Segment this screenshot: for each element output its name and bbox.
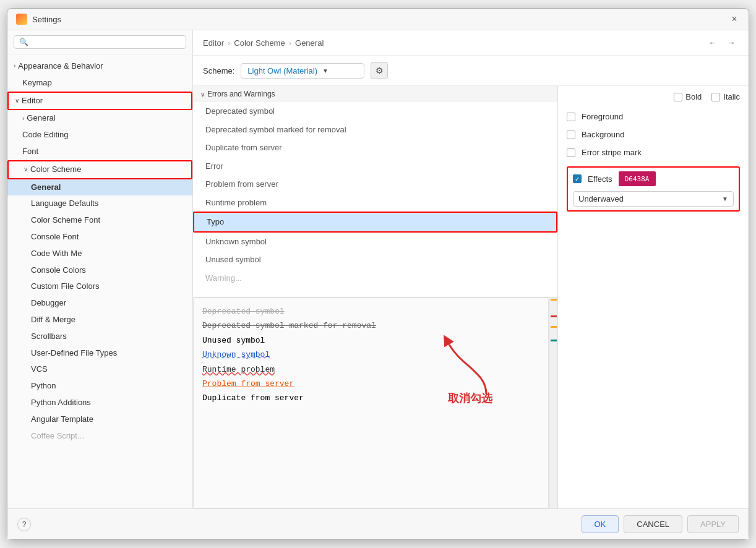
sidebar-item-appearance[interactable]: › Appearance & Behavior xyxy=(7,58,192,75)
effects-row: ✓ Effects D6438A xyxy=(573,171,734,186)
sidebar-item-language-defaults[interactable]: Language Defaults xyxy=(7,195,192,212)
search-input[interactable] xyxy=(32,38,181,46)
expand-arrow: ∨ xyxy=(24,165,28,174)
scheme-value: Light Owl (Material) xyxy=(247,66,317,75)
sidebar-item-label: Coffee Script... xyxy=(31,431,84,440)
apply-button[interactable]: APPLY xyxy=(687,515,739,533)
items-list: ∨ Errors and Warnings Deprecated symbol … xyxy=(193,86,557,297)
sidebar-item-label: General xyxy=(31,182,61,192)
format-row: Bold Italic xyxy=(567,92,740,105)
sidebar-item-vcs[interactable]: VCS xyxy=(7,361,192,378)
list-item-error[interactable]: Error xyxy=(193,157,557,176)
scheme-row: Scheme: Light Owl (Material) ▼ ⚙ xyxy=(193,56,749,86)
italic-checkbox[interactable] xyxy=(711,93,720,101)
sidebar-item-scrollbars[interactable]: Scrollbars xyxy=(7,328,192,345)
sidebar-item-general[interactable]: › General xyxy=(7,110,192,127)
sidebar-item-label: User-Defined File Types xyxy=(31,348,117,357)
background-row: Background xyxy=(567,128,740,141)
sidebar-item-coffee[interactable]: Coffee Script... xyxy=(7,428,192,445)
list-item-deprecated[interactable]: Deprecated symbol xyxy=(193,102,557,121)
list-item-unused[interactable]: Unused symbol xyxy=(193,250,557,269)
foreground-row: Foreground xyxy=(567,110,740,123)
sidebar-item-editor[interactable]: ∨ Editor xyxy=(7,92,192,111)
sidebar-item-custom-file-colors[interactable]: Custom File Colors xyxy=(7,278,192,295)
list-item-duplicate[interactable]: Duplicate from server xyxy=(193,139,557,157)
sidebar-item-label: Editor xyxy=(22,95,43,108)
sidebar-item-color-scheme[interactable]: ∨ Color Scheme xyxy=(7,160,192,179)
effect-type-value: Underwaved xyxy=(578,194,717,203)
ok-button[interactable]: OK xyxy=(582,515,619,533)
sidebar-item-label: Keymap xyxy=(22,78,52,87)
expand-arrow: › xyxy=(22,114,24,124)
bold-checkbox[interactable] xyxy=(674,93,682,101)
sidebar-item-angular[interactable]: Angular Template xyxy=(7,411,192,428)
main-content: 🔍 › Appearance & Behavior Keymap ∨ Edito… xyxy=(7,30,749,508)
effect-type-dropdown[interactable]: Underwaved ▼ xyxy=(573,191,734,207)
sidebar-item-label: General xyxy=(27,112,55,125)
title-bar: Settings × xyxy=(7,9,749,30)
sidebar-item-user-defined[interactable]: User-Defined File Types xyxy=(7,345,192,362)
error-stripe-checkbox[interactable] xyxy=(567,148,575,157)
breadcrumb-part-color-scheme: Color Scheme xyxy=(234,38,285,48)
sidebar-item-label: Diff & Merge xyxy=(31,315,75,324)
options-panel: Bold Italic Foreground xyxy=(558,86,749,508)
list-item-typo[interactable]: Typo xyxy=(193,212,557,233)
close-button[interactable]: × xyxy=(729,14,740,25)
sidebar-item-console-font[interactable]: Console Font xyxy=(7,229,192,246)
sidebar-item-label: Scrollbars xyxy=(31,332,67,341)
search-wrapper[interactable]: 🔍 xyxy=(14,35,186,49)
sidebar-item-color-scheme-font[interactable]: Color Scheme Font xyxy=(7,212,192,229)
list-item-deprecated-removal[interactable]: Deprecated symbol marked for removal xyxy=(193,121,557,139)
scheme-label: Scheme: xyxy=(203,66,234,75)
bold-label[interactable]: Bold xyxy=(674,92,702,101)
scheme-dropdown[interactable]: Light Owl (Material) ▼ xyxy=(241,63,364,79)
title-bar-left: Settings xyxy=(16,14,61,25)
italic-label[interactable]: Italic xyxy=(711,92,740,101)
foreground-checkbox[interactable] xyxy=(567,113,575,121)
sidebar-item-code-with-me[interactable]: Code With Me xyxy=(7,246,192,262)
sidebar-item-font[interactable]: Font xyxy=(7,143,192,160)
list-item-runtime[interactable]: Runtime problem xyxy=(193,194,557,212)
sidebar: 🔍 › Appearance & Behavior Keymap ∨ Edito… xyxy=(7,30,193,508)
list-item-problem-server[interactable]: Problem from server xyxy=(193,175,557,194)
sidebar-item-diff-merge[interactable]: Diff & Merge xyxy=(7,312,192,328)
sidebar-item-label: Debugger xyxy=(31,298,66,307)
sidebar-item-keymap[interactable]: Keymap xyxy=(7,75,192,92)
expand-arrow: › xyxy=(14,61,15,71)
list-item-unknown[interactable]: Unknown symbol xyxy=(193,233,557,251)
section-expand-arrow: ∨ xyxy=(200,91,205,98)
preview-code: Deprecated symbol Deprecated symbol mark… xyxy=(193,298,549,508)
sidebar-item-console-colors[interactable]: Console Colors xyxy=(7,262,192,279)
sidebar-item-label: Console Colors xyxy=(31,265,86,275)
preview-line-runtime: Runtime problem xyxy=(202,362,539,377)
sidebar-item-label: Language Defaults xyxy=(31,199,98,208)
bold-text: Bold xyxy=(685,92,702,101)
background-checkbox[interactable] xyxy=(567,131,575,139)
effects-color-swatch[interactable]: D6438A xyxy=(619,171,656,186)
sidebar-item-label: Color Scheme xyxy=(30,163,81,176)
preview-line-duplicate: Duplicate from server xyxy=(202,391,539,405)
sidebar-item-code-editing[interactable]: Code Editing xyxy=(7,127,192,143)
scrollbar-strip xyxy=(549,298,557,508)
forward-arrow[interactable]: → xyxy=(724,36,739,49)
sidebar-item-python-additions[interactable]: Python Additions xyxy=(7,395,192,411)
back-arrow[interactable]: ← xyxy=(705,36,720,49)
section-label: Errors and Warnings xyxy=(207,90,275,98)
sidebar-item-label: Python Additions xyxy=(31,398,91,407)
search-bar: 🔍 xyxy=(7,30,192,54)
sidebar-item-general-selected[interactable]: General xyxy=(7,179,192,196)
list-item-warning[interactable]: Warning... xyxy=(193,269,557,288)
effects-checkbox[interactable]: ✓ xyxy=(573,174,582,183)
preview-line-deprecated: Deprecated symbol xyxy=(202,304,539,319)
dialog-title: Settings xyxy=(32,15,61,24)
cancel-button[interactable]: CANCEL xyxy=(624,515,682,533)
sidebar-item-label: Code Editing xyxy=(22,130,68,139)
sidebar-item-debugger[interactable]: Debugger xyxy=(7,295,192,312)
sidebar-item-python[interactable]: Python xyxy=(7,378,192,395)
expand-arrow: ∨ xyxy=(15,96,19,106)
sidebar-item-label: Console Font xyxy=(31,232,79,241)
gear-button[interactable]: ⚙ xyxy=(371,62,388,79)
effects-color-value: D6438A xyxy=(625,175,650,183)
help-button[interactable]: ? xyxy=(17,518,31,531)
italic-text: Italic xyxy=(723,92,740,101)
